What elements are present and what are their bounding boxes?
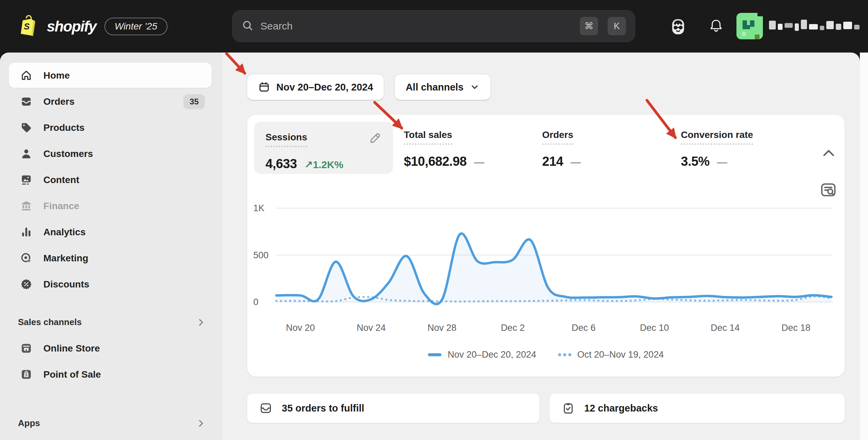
online-store-icon: [20, 342, 33, 355]
search-input[interactable]: Search ⌘ K: [232, 10, 635, 42]
sidebar-item-label: Home: [43, 70, 70, 81]
metric-label: Orders: [542, 129, 573, 145]
no-comparison-dash: —: [571, 157, 581, 168]
page-scrollbar[interactable]: [860, 53, 868, 440]
clipboard-check-icon: [562, 402, 575, 415]
metric-delta: ↗1.2K%: [304, 159, 343, 171]
svg-text:1K: 1K: [253, 203, 264, 213]
sidebar-item-label: Orders: [43, 96, 75, 107]
topbar: S shopify Winter ’25 Search ⌘ K: [0, 0, 868, 53]
svg-text:Dec 18: Dec 18: [782, 323, 811, 333]
sidebar-item-orders[interactable]: Orders35: [0, 88, 222, 115]
sidebar-item-point-of-sale[interactable]: Point of Sale: [0, 361, 222, 387]
orders-to-fulfill-label: 35 orders to fulfill: [282, 403, 364, 414]
search-icon: [241, 19, 254, 33]
analytics-icon: [20, 226, 33, 238]
products-icon: [20, 121, 33, 134]
sidebar-item-label: Products: [43, 122, 84, 133]
shopify-logo[interactable]: S shopify Winter ’25: [18, 0, 167, 53]
sidebar-section-apps[interactable]: Apps: [0, 410, 222, 436]
legend-label: Nov 20–Dec 20, 2024: [448, 349, 536, 360]
metric-label: Sessions: [265, 132, 307, 147]
legend-item-previous-period: Oct 20–Nov 19, 2024: [558, 349, 664, 360]
chart-legend: Nov 20–Dec 20, 2024Oct 20–Nov 19, 2024: [247, 349, 845, 360]
sidebar-item-finance[interactable]: Finance: [0, 193, 222, 219]
total-sales-metric[interactable]: Total sales$10,682.98—: [404, 129, 484, 169]
sidebar-section-sales-channels[interactable]: Sales channels: [0, 309, 222, 335]
orders-icon: [20, 95, 33, 108]
channel-filter-label: All channels: [406, 82, 463, 93]
collapse-chevron-up-icon[interactable]: [821, 146, 836, 161]
date-range-button[interactable]: Nov 20–Dec 20, 2024: [247, 74, 384, 100]
sidebar-item-label: Marketing: [43, 253, 88, 264]
metric-label: Conversion rate: [681, 129, 753, 145]
chevron-right-icon: [196, 317, 206, 327]
discounts-icon: [20, 278, 33, 291]
sidebar-item-marketing[interactable]: Marketing: [0, 245, 222, 271]
sessions-line-chart: 05001KNov 20Nov 24Nov 28Dec 2Dec 6Dec 10…: [251, 195, 838, 338]
marketing-icon: [20, 252, 33, 264]
customers-icon: [20, 147, 33, 160]
edit-metric-pencil-icon[interactable]: [369, 132, 381, 145]
svg-text:Dec 6: Dec 6: [572, 323, 596, 333]
chevron-right-icon: [196, 418, 206, 428]
filters-row: Nov 20–Dec 20, 2024 All channels: [247, 74, 491, 100]
sidebar: HomeOrders35ProductsCustomersContentFina…: [0, 53, 222, 440]
sidebar-item-label: Analytics: [43, 227, 86, 238]
legend-solid-line-swatch: [428, 353, 441, 356]
chargebacks-card[interactable]: 12 chargebacks: [549, 393, 845, 423]
metric-value: 4,633: [265, 157, 297, 171]
cmd-keycap: ⌘: [580, 17, 598, 35]
sidebar-item-online-store[interactable]: Online Store: [0, 335, 222, 361]
conversion-rate-metric[interactable]: Conversion rate3.5%—: [681, 129, 753, 169]
svg-text:Nov 28: Nov 28: [428, 323, 457, 333]
shopify-bag-icon: S: [18, 14, 39, 39]
shopify-admin-home: { "topbar": { "brand": "shopify", "relea…: [0, 0, 868, 440]
persona-icon[interactable]: [669, 17, 688, 38]
analytics-card: Sessions4,633↗1.2K%Total sales$10,682.98…: [247, 114, 845, 377]
sessions-metric[interactable]: Sessions4,633↗1.2K%: [254, 122, 393, 174]
section-label: Sales channels: [18, 317, 82, 327]
notifications-bell-icon[interactable]: [708, 18, 724, 37]
svg-text:Nov 24: Nov 24: [357, 323, 386, 333]
legend-dotted-line-swatch: [558, 353, 571, 356]
orders-to-fulfill-card[interactable]: 35 orders to fulfill: [247, 393, 540, 423]
sidebar-item-customers[interactable]: Customers: [0, 141, 222, 167]
search-placeholder: Search: [260, 20, 570, 32]
orders-metric[interactable]: Orders214—: [542, 129, 581, 169]
sidebar-item-label: Discounts: [43, 279, 89, 290]
inbox-tray-icon: [259, 402, 272, 415]
svg-text:S: S: [24, 22, 29, 31]
metric-value: 3.5%: [681, 154, 710, 169]
svg-text:500: 500: [253, 250, 269, 260]
metric-value: 214: [542, 154, 563, 169]
svg-text:Dec 10: Dec 10: [640, 323, 669, 333]
calendar-icon: [258, 81, 270, 93]
sidebar-item-content[interactable]: Content: [0, 167, 222, 193]
svg-text:0: 0: [253, 297, 258, 307]
sidebar-item-discounts[interactable]: Discounts: [0, 271, 222, 297]
chevron-down-icon: [470, 82, 480, 92]
legend-label: Oct 20–Nov 19, 2024: [577, 349, 664, 360]
no-comparison-dash: —: [717, 157, 727, 168]
store-name-obscured[interactable]: [769, 18, 860, 35]
svg-text:Dec 2: Dec 2: [501, 323, 525, 333]
point-of-sale-icon: [20, 368, 33, 381]
no-comparison-dash: —: [474, 157, 484, 168]
date-range-label: Nov 20–Dec 20, 2024: [276, 82, 373, 93]
channel-filter-button[interactable]: All channels: [394, 74, 491, 100]
orders-count-badge: 35: [183, 94, 205, 109]
svg-text:Dec 14: Dec 14: [711, 323, 740, 333]
brand-wordmark: shopify: [47, 18, 96, 35]
sidebar-item-home[interactable]: Home: [0, 62, 222, 88]
active-pill: [9, 63, 212, 88]
sidebar-item-label: Content: [43, 175, 79, 185]
store-avatar[interactable]: [736, 13, 763, 39]
sidebar-nav: HomeOrders35ProductsCustomersContentFina…: [0, 62, 222, 297]
svg-text:Nov 20: Nov 20: [286, 323, 315, 333]
sidebar-item-products[interactable]: Products: [0, 115, 222, 141]
sidebar-item-label: Point of Sale: [43, 369, 101, 380]
admin-canvas: HomeOrders35ProductsCustomersContentFina…: [0, 53, 860, 440]
sidebar-item-analytics[interactable]: Analytics: [0, 219, 222, 245]
release-badge[interactable]: Winter ’25: [104, 18, 167, 35]
